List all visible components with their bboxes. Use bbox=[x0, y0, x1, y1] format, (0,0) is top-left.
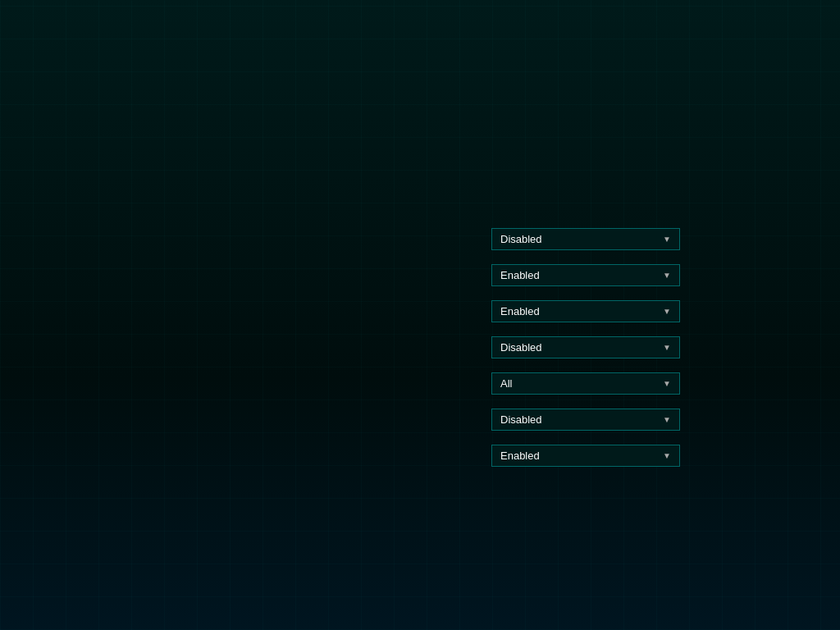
chevron-down-icon: ▼ bbox=[663, 235, 671, 244]
oc-lock-value: Disabled bbox=[500, 413, 656, 426]
chevron-down-icon: ▼ bbox=[663, 451, 671, 460]
adj-cache-value: Enabled bbox=[500, 305, 656, 317]
active-cores-dropdown[interactable]: All ▼ bbox=[491, 372, 680, 395]
oc-lock-dropdown[interactable]: Disabled ▼ bbox=[491, 409, 680, 431]
vmx-dropdown[interactable]: Disabled ▼ bbox=[491, 336, 680, 358]
adj-cache-dropdown[interactable]: Enabled ▼ bbox=[491, 300, 680, 322]
chevron-down-icon: ▼ bbox=[663, 271, 671, 280]
tcc-offset-value: Disabled bbox=[500, 233, 656, 245]
chevron-down-icon: ▼ bbox=[663, 343, 671, 352]
chevron-down-icon: ▼ bbox=[663, 307, 671, 316]
hw-prefetch-dropdown[interactable]: Enabled ▼ bbox=[491, 264, 680, 286]
hw-prefetch-value: Enabled bbox=[500, 269, 656, 281]
chevron-down-icon: ▼ bbox=[663, 379, 671, 388]
active-cores-value: All bbox=[500, 377, 656, 390]
hyper-threading-dropdown[interactable]: Enabled ▼ bbox=[491, 445, 680, 467]
hyper-threading-value: Enabled bbox=[500, 450, 656, 462]
chevron-down-icon: ▼ bbox=[663, 415, 671, 424]
vmx-value: Disabled bbox=[500, 341, 656, 354]
tcc-offset-dropdown[interactable]: Disabled ▼ bbox=[491, 228, 680, 250]
